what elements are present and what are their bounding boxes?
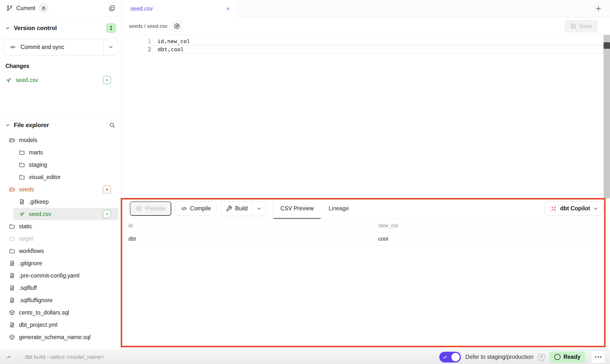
panel-tabs: CSV Preview Lineage	[273, 198, 356, 219]
defer-toggle[interactable]	[439, 352, 461, 363]
tree-item-cents-to-dollars[interactable]: cents_to_dollars.sql	[3, 306, 118, 319]
model-cube-icon	[9, 334, 15, 340]
save-floppy-icon	[570, 23, 576, 29]
command-input[interactable]	[18, 354, 198, 361]
file-explorer-header[interactable]: File explorer	[0, 115, 122, 131]
results-panel: Preview Compile	[122, 198, 610, 350]
build-split-button: Build	[220, 201, 266, 216]
chevron-down-icon	[5, 25, 10, 31]
tree-item-dbt-project-yml[interactable]: dbt_project.yml	[3, 319, 118, 331]
changes-block: Changes seed.csv	[0, 55, 122, 86]
tree-item-seed-csv[interactable]: seed.csv	[13, 208, 118, 220]
branch-name[interactable]: Current	[16, 5, 35, 12]
tree-item-workflows[interactable]: workflows	[3, 245, 118, 257]
editor-scrollbar[interactable]	[604, 35, 610, 198]
tab-seed-csv[interactable]: seed.csv	[122, 0, 237, 17]
changes-count-badge: 1	[106, 23, 116, 33]
duplicate-tab-icon[interactable]	[108, 5, 115, 12]
wrench-icon	[226, 205, 232, 212]
tree-item-generate-schema-name[interactable]: generate_schema_name.sql	[3, 331, 118, 343]
build-button[interactable]: Build	[221, 201, 253, 216]
table-grid-icon	[136, 205, 142, 212]
tab-csv-preview[interactable]: CSV Preview	[273, 198, 321, 219]
tree-item-staging[interactable]: staging	[13, 159, 118, 171]
compile-button[interactable]: Compile	[175, 201, 217, 216]
tree-item-models[interactable]: models	[3, 134, 118, 146]
preview-button[interactable]: Preview	[130, 201, 171, 216]
close-icon[interactable]	[225, 6, 230, 11]
change-file-name: seed.csv	[16, 77, 38, 83]
preview-label: Preview	[145, 205, 165, 212]
branch-row: Current	[0, 0, 122, 17]
check-icon	[442, 354, 448, 360]
tree-item-label: visual_editor	[29, 174, 61, 181]
version-control-header[interactable]: Version control 1	[0, 17, 122, 37]
tree-item-gitignore[interactable]: .gitignore	[3, 257, 118, 269]
build-options-button[interactable]	[253, 201, 266, 216]
tree-item-target[interactable]: target	[3, 232, 118, 245]
tree-item-sqlfluff[interactable]: .sqlfluff	[3, 282, 118, 294]
chevron-down-icon	[256, 206, 262, 211]
save-label: Save	[579, 23, 592, 30]
tree-item-visual-editor[interactable]: visual_editor	[13, 171, 118, 183]
chevron-up-icon	[6, 354, 12, 360]
folder-icon	[9, 235, 15, 242]
tree-item-label: .sqlfluffignore	[19, 297, 52, 304]
dbt-copilot-button[interactable]: dbt Copilot	[545, 201, 604, 216]
new-tab-zone	[587, 0, 610, 17]
command-bar-expand-button[interactable]	[0, 350, 18, 364]
tree-item-label: marts	[29, 149, 43, 156]
code-line: 2 dbt,cool	[122, 45, 604, 53]
tree-item-label: workflows	[19, 248, 44, 254]
compass-icon	[173, 23, 180, 30]
file-icon	[9, 297, 15, 303]
compile-label: Compile	[190, 205, 211, 212]
commit-and-sync-button[interactable]: Commit and sync	[4, 39, 103, 55]
commit-button-label: Commit and sync	[20, 44, 64, 50]
chevron-down-icon	[5, 122, 10, 128]
panel-tab-label: Lineage	[329, 205, 349, 212]
ready-label: Ready	[563, 354, 580, 360]
tree-item-seeds[interactable]: seeds	[3, 183, 118, 196]
change-item-seed-csv[interactable]: seed.csv	[5, 74, 111, 86]
file-explorer-title: File explorer	[14, 122, 49, 129]
tree-item-sqlfluffignore[interactable]: .sqlfluffignore	[3, 294, 118, 306]
file-tree: models marts sta	[0, 134, 122, 343]
code-editor[interactable]: 1 id,new_col 2 dbt,cool	[122, 35, 610, 198]
folder-icon	[19, 149, 25, 156]
tree-item-label: .gitignore	[19, 260, 42, 267]
scrollbar-thumb[interactable]	[604, 42, 610, 49]
line-number: 1	[122, 37, 151, 45]
seedling-icon	[5, 77, 12, 83]
chevron-down-icon	[593, 206, 598, 211]
stage-add-icon[interactable]	[103, 210, 111, 218]
more-options-button[interactable]	[591, 351, 606, 364]
help-icon[interactable]: ?	[538, 353, 545, 361]
commit-options-button[interactable]	[103, 39, 118, 55]
stage-add-icon[interactable]	[103, 76, 111, 84]
lock-icon	[41, 5, 46, 11]
new-tab-plus-icon[interactable]	[595, 5, 602, 12]
save-button[interactable]: Save	[565, 20, 598, 32]
panel-toolbar: Preview Compile	[122, 198, 610, 219]
tree-item-label: models	[19, 137, 37, 144]
branch-lock-badge	[39, 3, 49, 13]
tree-item-label: dbt_project.yml	[19, 322, 57, 328]
code-brackets-icon	[181, 205, 187, 212]
compass-chip[interactable]	[171, 20, 183, 32]
tab-lineage[interactable]: Lineage	[321, 198, 356, 219]
table-row[interactable]: dbt cool	[122, 232, 610, 246]
tree-item-marts[interactable]: marts	[13, 146, 118, 159]
model-cube-icon	[9, 309, 15, 316]
version-control-title: Version control	[14, 25, 57, 32]
search-icon[interactable]	[109, 122, 115, 128]
panel-tab-label: CSV Preview	[280, 205, 314, 212]
main-area: seed.csv seeds / seed.csv	[122, 0, 610, 350]
ready-status-badge[interactable]: Ready	[549, 351, 585, 363]
cell-id: dbt	[122, 232, 378, 246]
code-line: 1 id,new_col	[122, 37, 604, 45]
tree-item-static[interactable]: static	[3, 220, 118, 232]
tree-item-gitkeep[interactable]: .gitkeep	[13, 196, 118, 208]
file-icon	[19, 199, 25, 205]
tree-item-pre-commit-config[interactable]: .pre-commit-config.yaml	[3, 269, 118, 282]
